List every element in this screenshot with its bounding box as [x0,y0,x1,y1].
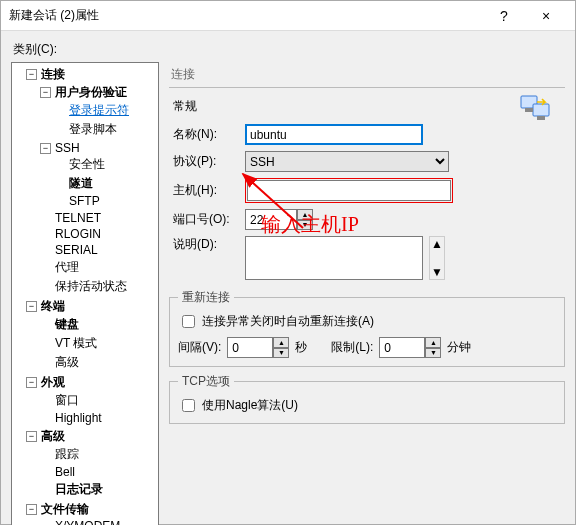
reconnect-group: 重新连接 连接异常关闭时自动重新连接(A) 间隔(V): ▲▼ 秒 限制(L):… [169,289,565,367]
tree-keyboard[interactable]: 键盘 [53,316,81,333]
tree-serial[interactable]: SERIAL [53,243,100,257]
category-label: 类别(C): [13,41,565,58]
tree-trace[interactable]: 跟踪 [53,446,81,463]
port-down-icon[interactable]: ▼ [297,220,313,231]
window-title: 新建会话 (2)属性 [9,7,483,24]
port-input[interactable] [245,209,297,230]
host-highlight [245,178,453,203]
interval-input[interactable] [227,337,273,358]
desc-label: 说明(D): [173,236,239,253]
tree-sftp[interactable]: SFTP [67,194,102,208]
limit-input[interactable] [379,337,425,358]
reconnect-legend: 重新连接 [178,289,234,306]
port-label: 端口号(O): [173,211,239,228]
tree-terminal[interactable]: 终端 [39,298,67,315]
tree-user-auth[interactable]: 用户身份验证 [53,84,129,101]
host-input[interactable] [247,180,451,201]
tree-telnet[interactable]: TELNET [53,211,103,225]
nagle-checkbox[interactable] [182,399,195,412]
svg-rect-3 [537,116,545,120]
tree-login-script[interactable]: 登录脚本 [67,121,119,138]
tcp-legend: TCP选项 [178,373,234,390]
help-icon[interactable]: ? [483,1,525,31]
name-label: 名称(N): [173,126,239,143]
interval-down-icon[interactable]: ▼ [273,348,289,359]
twist-icon[interactable]: − [26,431,37,442]
tree-ssh[interactable]: SSH [53,141,82,155]
dialog-body: 类别(C): −连接 −用户身份验证 登录提示符 登录脚本 −SSH [1,31,575,525]
twist-icon[interactable]: − [40,143,51,154]
dialog-window: 新建会话 (2)属性 ? × 类别(C): −连接 −用户身份验证 登录提示符 … [0,0,576,525]
tcp-group: TCP选项 使用Nagle算法(U) [169,373,565,424]
twist-icon[interactable]: − [26,504,37,515]
tree-rlogin[interactable]: RLOGIN [53,227,103,241]
tree-logging[interactable]: 日志记录 [53,481,105,498]
interval-up-icon[interactable]: ▲ [273,337,289,348]
auto-reconnect-checkbox[interactable] [182,315,195,328]
tree-highlight[interactable]: Highlight [53,411,104,425]
minutes-label: 分钟 [447,339,471,356]
tree-filetransfer[interactable]: 文件传输 [39,501,91,518]
protocol-select[interactable]: SSH [245,151,449,172]
tree-connection[interactable]: 连接 [39,66,67,83]
tree-keepalive[interactable]: 保持活动状态 [53,278,129,295]
close-icon[interactable]: × [525,1,567,31]
limit-up-icon[interactable]: ▲ [425,337,441,348]
tree-appearance[interactable]: 外观 [39,374,67,391]
seconds-label: 秒 [295,339,307,356]
section-title: 连接 [169,62,565,85]
category-tree[interactable]: −连接 −用户身份验证 登录提示符 登录脚本 −SSH 安全性 [11,62,159,525]
tree-bell[interactable]: Bell [53,465,77,479]
titlebar: 新建会话 (2)属性 ? × [1,1,575,31]
hosts-icon [519,94,555,124]
tree-window[interactable]: 窗口 [53,392,81,409]
name-input[interactable] [245,124,423,145]
auto-reconnect-label: 连接异常关闭时自动重新连接(A) [202,313,374,330]
scrollbar[interactable]: ▲▼ [429,236,445,280]
twist-icon[interactable]: − [26,301,37,312]
nagle-label: 使用Nagle算法(U) [202,397,298,414]
general-label: 常规 [169,96,565,121]
twist-icon[interactable]: − [40,87,51,98]
content-panel: 连接 常规 名称(N): 协议(P): SSH [169,62,565,525]
interval-label: 间隔(V): [178,339,221,356]
host-label: 主机(H): [173,182,239,199]
twist-icon[interactable]: − [26,377,37,388]
tree-tunnel[interactable]: 隧道 [67,175,95,192]
svg-rect-1 [533,104,549,116]
port-up-icon[interactable]: ▲ [297,209,313,220]
tree-xymodem[interactable]: X/YMODEM [53,519,122,525]
tree-vtmode[interactable]: VT 模式 [53,335,99,352]
tree-advanced[interactable]: 高级 [39,428,67,445]
limit-down-icon[interactable]: ▼ [425,348,441,359]
tree-proxy[interactable]: 代理 [53,259,81,276]
tree-advanced-term[interactable]: 高级 [53,354,81,371]
svg-rect-2 [525,108,533,112]
limit-label: 限制(L): [331,339,373,356]
twist-icon[interactable]: − [26,69,37,80]
protocol-label: 协议(P): [173,153,239,170]
description-input[interactable] [245,236,423,280]
tree-login-prompt[interactable]: 登录提示符 [67,102,131,119]
tree-security[interactable]: 安全性 [67,156,107,173]
